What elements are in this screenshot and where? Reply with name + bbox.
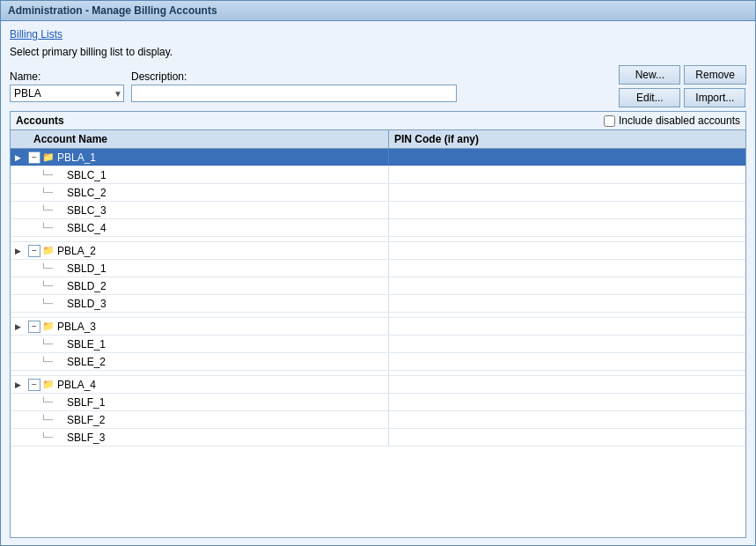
- expand-icon[interactable]: −: [28, 245, 40, 257]
- branch-line: └─: [40, 205, 67, 215]
- table-row[interactable]: └─SBLC_4: [11, 219, 745, 237]
- billing-lists-section: Billing Lists: [10, 28, 746, 41]
- row-indicator: ▶: [11, 376, 25, 393]
- account-name-cell: −📁PBLA_4: [25, 376, 389, 393]
- branch-line: └─: [40, 339, 67, 349]
- description-field-group: Description:: [131, 70, 457, 102]
- account-name-label: SBLC_4: [67, 222, 106, 234]
- branch-line: └─: [40, 223, 67, 232]
- branch-line: └─: [40, 263, 67, 273]
- pin-code-cell: [389, 166, 745, 183]
- name-select[interactable]: PBLA: [10, 85, 124, 102]
- account-name-label: SBLD_2: [67, 280, 106, 292]
- table-row[interactable]: └─SBLF_3: [11, 429, 745, 446]
- row-indicator: [11, 237, 25, 241]
- account-name-label: SBLF_3: [67, 432, 105, 444]
- row-indicator: ▶: [11, 242, 25, 259]
- table-row[interactable]: └─SBLC_2: [11, 184, 745, 202]
- account-name-cell: └─SBLD_1: [25, 260, 389, 277]
- account-name-cell: −📁PBLA_3: [25, 318, 389, 335]
- include-disabled-checkbox[interactable]: [604, 115, 615, 127]
- branch-line: └─: [40, 299, 67, 308]
- button-group-top: New... Remove Edit... Import...: [619, 65, 746, 107]
- table-row[interactable]: ▶−📁PBLA_2: [11, 242, 745, 260]
- table-row[interactable]: └─SBLD_1: [11, 260, 745, 277]
- pin-code-cell: [389, 260, 745, 277]
- table-row[interactable]: └─SBLC_1: [11, 166, 745, 184]
- row-indicator: [11, 429, 25, 446]
- folder-icon: 📁: [42, 245, 55, 256]
- accounts-header-bar: Accounts Include disabled accounts: [11, 112, 745, 130]
- table-row[interactable]: ▶−📁PBLA_3: [11, 318, 745, 336]
- table-row[interactable]: └─SBLC_3: [11, 202, 745, 219]
- row-indicator: [11, 219, 25, 236]
- pin-code-cell: [389, 336, 745, 352]
- account-name-cell: └─SBLC_3: [25, 202, 389, 218]
- name-label: Name:: [10, 70, 124, 83]
- pin-code-cell: [389, 353, 745, 370]
- account-name-cell: [25, 371, 389, 375]
- branch-line: └─: [40, 432, 67, 442]
- description-input[interactable]: [131, 85, 457, 102]
- name-select-wrap: PBLA ▼: [10, 85, 124, 102]
- account-name-label: SBLD_3: [67, 298, 106, 310]
- table-row[interactable]: └─SBLF_1: [11, 394, 745, 411]
- table-row[interactable]: └─SBLF_2: [11, 411, 745, 429]
- pin-code-cell: [389, 371, 745, 375]
- btn-row-2: Edit... Import...: [619, 88, 746, 107]
- account-name-cell: └─SBLD_2: [25, 277, 389, 294]
- new-button[interactable]: New...: [619, 65, 680, 85]
- window-title: Administration - Manage Billing Accounts: [8, 4, 217, 17]
- account-name-cell: [25, 237, 389, 241]
- table-header: Account Name PIN Code (if any): [11, 130, 745, 149]
- pin-code-cell: [389, 242, 745, 259]
- btn-row-1: New... Remove: [619, 65, 746, 85]
- account-name-cell: └─SBLD_3: [25, 295, 389, 312]
- branch-line: └─: [40, 281, 67, 291]
- import-button[interactable]: Import...: [684, 88, 745, 107]
- row-indicator: [11, 336, 25, 352]
- expand-icon[interactable]: −: [28, 379, 40, 391]
- expand-icon[interactable]: −: [28, 151, 40, 164]
- account-name-cell: └─SBLC_2: [25, 184, 389, 201]
- accounts-label: Accounts: [16, 114, 64, 127]
- account-name-cell: [25, 313, 389, 317]
- edit-button[interactable]: Edit...: [619, 88, 680, 107]
- account-name-label: PBLA_3: [57, 321, 96, 333]
- account-name-label: PBLA_1: [57, 151, 96, 164]
- folder-icon: 📁: [42, 321, 55, 332]
- account-name-label: PBLA_4: [57, 379, 96, 391]
- row-indicator: [11, 411, 25, 428]
- pin-code-cell: [389, 394, 745, 410]
- select-prompt: Select primary billing list to display.: [10, 46, 746, 58]
- form-row: Name: PBLA ▼ Description: New... Remove …: [10, 65, 746, 107]
- col-account-name: Account Name: [11, 130, 389, 148]
- account-name-cell: └─SBLF_3: [25, 429, 389, 446]
- expand-icon[interactable]: −: [28, 321, 40, 333]
- row-indicator: [11, 295, 25, 312]
- account-name-cell: └─SBLC_4: [25, 219, 389, 236]
- remove-button[interactable]: Remove: [684, 65, 746, 85]
- account-name-label: SBLF_1: [67, 396, 105, 409]
- table-row[interactable]: ▶−📁PBLA_1: [11, 149, 745, 166]
- account-name-cell: −📁PBLA_2: [25, 242, 389, 259]
- account-name-cell: └─SBLF_1: [25, 394, 389, 410]
- row-indicator: [11, 184, 25, 201]
- table-row[interactable]: └─SBLD_3: [11, 295, 745, 313]
- table-body: ▶−📁PBLA_1└─SBLC_1└─SBLC_2└─SBLC_3└─SBLC_…: [11, 149, 745, 537]
- accounts-section: Accounts Include disabled accounts Accou…: [10, 111, 746, 538]
- row-indicator: [11, 353, 25, 370]
- name-field-group: Name: PBLA ▼: [10, 70, 124, 102]
- table-row[interactable]: └─SBLD_2: [11, 277, 745, 295]
- table-row[interactable]: └─SBLE_1: [11, 336, 745, 353]
- include-disabled-label[interactable]: Include disabled accounts: [604, 114, 740, 127]
- branch-line: └─: [40, 170, 67, 180]
- table-row[interactable]: ▶−📁PBLA_4: [11, 376, 745, 394]
- billing-lists-link[interactable]: Billing Lists: [10, 28, 62, 41]
- main-window: Administration - Manage Billing Accounts…: [0, 0, 756, 546]
- account-name-label: SBLC_1: [67, 169, 106, 181]
- branch-line: └─: [40, 397, 67, 407]
- table-row[interactable]: └─SBLE_2: [11, 353, 745, 371]
- folder-icon: 📁: [42, 379, 55, 390]
- title-bar: Administration - Manage Billing Accounts: [1, 1, 755, 21]
